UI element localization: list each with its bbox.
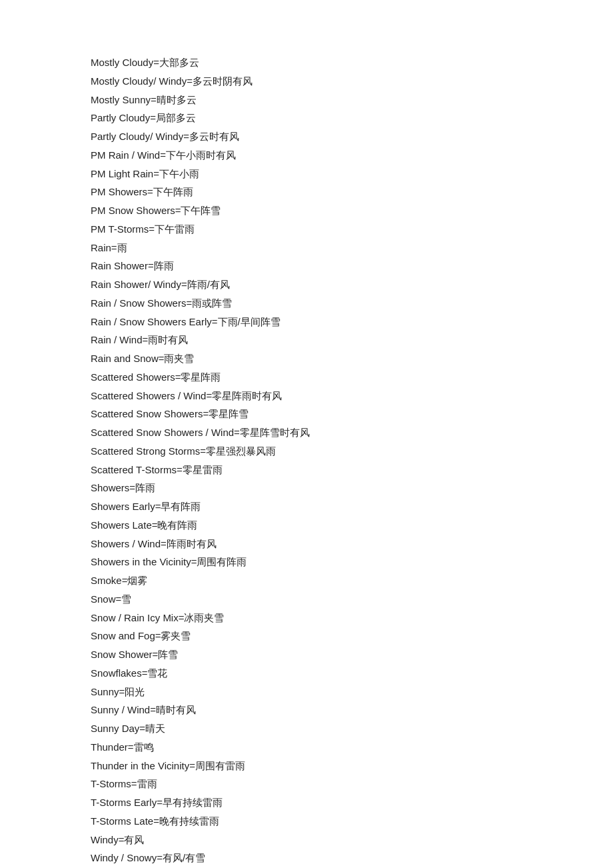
list-item: Rain / Wind=雨时有风 xyxy=(91,331,522,349)
list-item: Rain and Snow=雨夹雪 xyxy=(91,349,522,368)
list-item: Scattered Snow Showers=零星阵雪 xyxy=(91,405,522,423)
list-item: PM Light Rain=下午小雨 xyxy=(91,165,522,183)
list-item: Partly Cloudy=局部多云 xyxy=(91,109,522,127)
list-item: Scattered Showers / Wind=零星阵雨时有风 xyxy=(91,387,522,405)
list-item: PM Snow Showers=下午阵雪 xyxy=(91,201,522,220)
list-item: Snow Shower=阵雪 xyxy=(91,645,522,664)
list-item: Mostly Cloudy/ Windy=多云时阴有风 xyxy=(91,72,522,91)
list-item: Snow=雪 xyxy=(91,590,522,609)
list-item: Showers in the Vicinity=周围有阵雨 xyxy=(91,553,522,571)
list-item: Windy=有风 xyxy=(91,831,522,849)
list-item: Snow and Fog=雾夹雪 xyxy=(91,627,522,645)
list-item: PM Rain / Wind=下午小雨时有风 xyxy=(91,146,522,165)
list-item: Showers Early=早有阵雨 xyxy=(91,497,522,516)
list-item: T-Storms Early=早有持续雷雨 xyxy=(91,793,522,812)
list-item: Scattered T-Storms=零星雷雨 xyxy=(91,461,522,479)
list-item: Rain / Snow Showers Early=下雨/早间阵雪 xyxy=(91,313,522,331)
list-item: Scattered Snow Showers / Wind=零星阵雪时有风 xyxy=(91,423,522,442)
list-item: Mostly Sunny=晴时多云 xyxy=(91,91,522,109)
list-item: Sunny=阳光 xyxy=(91,683,522,701)
list-item: T-Storms Late=晚有持续雷雨 xyxy=(91,812,522,831)
list-item: Windy / Snowy=有风/有雪 xyxy=(91,849,522,867)
list-item: Thunder in the Vicinity=周围有雷雨 xyxy=(91,757,522,775)
list-item: Partly Cloudy/ Windy=多云时有风 xyxy=(91,127,522,146)
list-item: Mostly Cloudy=大部多云 xyxy=(91,53,522,72)
weather-translation-list: Mostly Cloudy=大部多云Mostly Cloudy/ Windy=多… xyxy=(91,53,522,867)
list-item: Rain / Snow Showers=雨或阵雪 xyxy=(91,294,522,313)
list-item: Snowflakes=雪花 xyxy=(91,664,522,683)
list-item: Showers=阵雨 xyxy=(91,479,522,497)
list-item: Rain Shower=阵雨 xyxy=(91,257,522,275)
list-item: Showers / Wind=阵雨时有风 xyxy=(91,535,522,553)
list-item: Scattered Showers=零星阵雨 xyxy=(91,368,522,387)
list-item: Rain Shower/ Windy=阵雨/有风 xyxy=(91,275,522,294)
list-item: Showers Late=晚有阵雨 xyxy=(91,516,522,535)
list-item: Snow / Rain Icy Mix=冰雨夹雪 xyxy=(91,609,522,627)
list-item: Sunny Day=晴天 xyxy=(91,719,522,738)
list-item: Sunny / Wind=晴时有风 xyxy=(91,701,522,719)
list-item: Thunder=雷鸣 xyxy=(91,738,522,757)
list-item: PM T-Storms=下午雷雨 xyxy=(91,220,522,239)
list-item: Smoke=烟雾 xyxy=(91,571,522,590)
list-item: T-Storms=雷雨 xyxy=(91,775,522,793)
list-item: Rain=雨 xyxy=(91,239,522,257)
list-item: Scattered Strong Storms=零星强烈暴风雨 xyxy=(91,442,522,461)
list-item: PM Showers=下午阵雨 xyxy=(91,183,522,201)
